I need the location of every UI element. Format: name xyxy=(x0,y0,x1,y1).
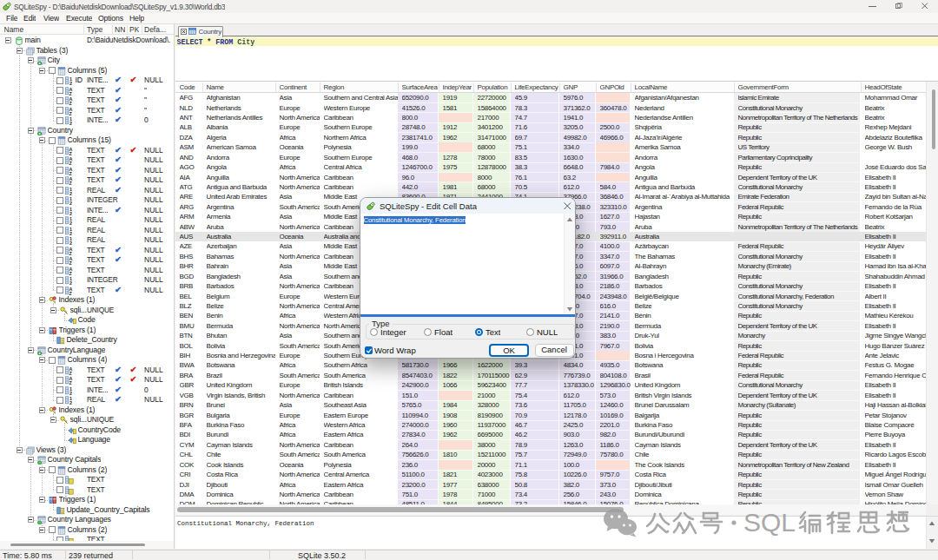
svg-text:2: 2 xyxy=(69,221,72,225)
svg-text:2: 2 xyxy=(69,280,72,285)
svg-text:SQL: SQL xyxy=(743,508,796,537)
svg-text:2: 2 xyxy=(69,210,72,214)
svg-text:2: 2 xyxy=(69,400,72,405)
svg-text:2: 2 xyxy=(69,230,72,234)
svg-text:2: 2 xyxy=(69,121,72,125)
svg-text:2: 2 xyxy=(69,81,72,85)
svg-text:2: 2 xyxy=(69,390,72,394)
svg-text:2: 2 xyxy=(69,240,72,245)
svg-text:2: 2 xyxy=(69,190,72,194)
svg-text:2: 2 xyxy=(69,201,72,205)
